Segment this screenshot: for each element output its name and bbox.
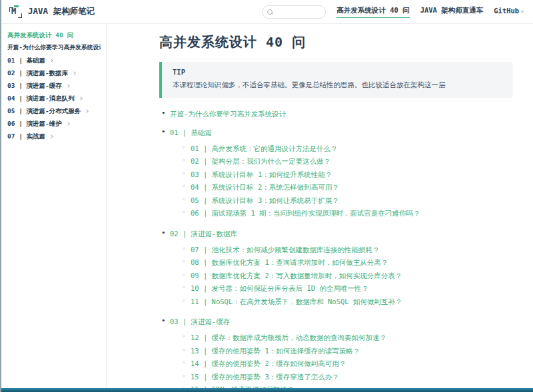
toc-list: 开篇-为什么你要学习高并发系统设计01 | 基础篇01 | 高并发系统：它的通用… [159,107,513,388]
toc-link[interactable]: 03 | 演进篇-缓存 [170,317,230,325]
sidebar-item[interactable]: 05 | 演进篇-分布式服务 [1,104,106,117]
toc-subitem: 02 | 架构分层：我们为什么一定要这么做？ [182,154,513,168]
site-logo-icon[interactable]: M [9,5,22,18]
toc-sublink[interactable]: 01 | 高并发系统：它的通用设计方法是什么？ [191,144,338,152]
toc-group: 02 | 演进篇-数据库07 | 池化技术：如何减少频繁创建数据库连接的性能损耗… [161,227,513,308]
chevron-right-icon [72,71,76,75]
toc-sublink[interactable]: 08 | 数据库优化方案 1：查询请求增加时，如何做主从分离？ [191,258,388,266]
chevron-right-icon [66,122,70,126]
main-content: 高并发系统设计 40 问 TIP 本课程理论知识偏多，不适合零基础。更像是总结性… [107,24,533,388]
tip-box: TIP 本课程理论知识偏多，不适合零基础。更像是总结性的思路。也比较适合放在架构… [159,62,513,98]
sidebar-item[interactable]: 高并发系统设计 40 问 [1,29,106,41]
window-bottom-border [1,388,533,392]
toc-subitem: 06 | 面试现场第 1 期：当问到组件实现原理时，面试官是在刁难你吗？ [182,206,513,220]
toc-subitem: 14 | 缓存的使用姿势 2：缓存如何做到高可用？ [182,357,513,370]
search-input[interactable] [276,8,322,15]
toc-subitem: 09 | 数据库优化方案 2：写入数据量增加时，如何实现分库分表？ [182,269,513,282]
sidebar-item-label: 04 | 演进篇-消息队列 [7,95,75,102]
toc-subitem: 05 | 系统设计目标 3：如何让系统易于扩展？ [182,194,513,207]
toc-subitem: 07 | 池化技术：如何减少频繁创建数据库连接的性能损耗？ [182,243,513,256]
toc-sublink[interactable]: 05 | 系统设计目标 3：如何让系统易于扩展？ [191,196,339,204]
app-window: M JAVA 架构师笔记 高并发系统设计 40 问JAVA 架构师直通车GitH… [0,0,533,392]
toc-subitem: 08 | 数据库优化方案 1：查询请求增加时，如何做主从分离？ [182,256,513,269]
toc-link[interactable]: 02 | 演进篇-数据库 [170,230,237,238]
sidebar-item-label: 01 | 基础篇 [7,57,45,64]
chevron-right-icon [85,109,89,113]
toc-subitem: 16 | CDN：静态资源如何加速？ [182,383,513,388]
toc-sublink[interactable]: 06 | 面试现场第 1 期：当问到组件实现原理时，面试官是在刁难你吗？ [191,209,420,217]
toc-group: 01 | 基础篇01 | 高并发系统：它的通用设计方法是什么？02 | 架构分层… [161,126,513,220]
chevron-right-icon [79,97,83,100]
logo-letter: M [11,7,16,16]
toc-sublist: 01 | 高并发系统：它的通用设计方法是什么？02 | 架构分层：我们为什么一定… [170,142,513,220]
toc-sublink[interactable]: 03 | 系统设计目标 1：如何提升系统性能？ [191,170,332,178]
top-navbar: M JAVA 架构师笔记 高并发系统设计 40 问JAVA 架构师直通车GitH… [1,0,533,24]
sidebar-item-label: 07 | 实战篇 [7,132,45,140]
chevron-right-icon [49,59,53,63]
toc-subitem: 11 | NoSQL：在高并发场景下，数据库和 NoSQL 如何做到互补？ [182,295,513,308]
toc-group: 开篇-为什么你要学习高并发系统设计 [161,107,513,120]
toc-link[interactable]: 开篇-为什么你要学习高并发系统设计 [170,110,286,118]
toc-subitem: 10 | 发号器：如何保证分库分表后 ID 的全局唯一性？ [182,282,513,295]
chevron-right-icon [66,84,70,88]
nav-link[interactable]: JAVA 架构师直通车 [420,6,484,17]
toc-sublink[interactable]: 09 | 数据库优化方案 2：写入数据量增加时，如何实现分库分表？ [191,272,402,280]
toc-subitem: 13 | 缓存的使用姿势 1：如何选择缓存的读写策略？ [182,344,513,357]
sidebar-item-label: 高并发系统设计 40 问 [7,31,73,39]
site-title[interactable]: JAVA 架构师笔记 [28,6,95,17]
tip-label: TIP [173,68,502,76]
sidebar-item[interactable]: 06 | 演进篇-维护 [1,117,106,130]
sidebar-item[interactable]: 04 | 演进篇-消息队列 [1,92,106,104]
toc-sublist: 07 | 池化技术：如何减少频繁创建数据库连接的性能损耗？08 | 数据库优化方… [170,243,513,308]
sidebar-item-label: 开篇-为什么你要学习高并发系统设计 [7,44,101,51]
sidebar-item-label: 05 | 演进篇-分布式服务 [7,107,81,114]
toc-link[interactable]: 01 | 基础篇 [170,128,212,136]
nav: 高并发系统设计 40 问JAVA 架构师直通车GitHub↗ [336,6,524,18]
sidebar-item-label: 02 | 演进篇-数据库 [7,69,68,77]
sidebar: 高并发系统设计 40 问开篇-为什么你要学习高并发系统设计01 | 基础篇02 … [1,24,107,388]
toc-sublist: 12 | 缓存：数据库成为瓶颈后，动态数据的查询要如何加速？13 | 缓存的使用… [170,331,513,388]
toc-subitem: 15 | 缓存的使用姿势 3：缓存穿透了怎么办？ [182,370,513,383]
toc-sublink[interactable]: 07 | 池化技术：如何减少频繁创建数据库连接的性能损耗？ [191,246,380,254]
chevron-right-icon [49,134,53,138]
external-link-icon: ↗ [520,9,524,15]
toc-sublink[interactable]: 11 | NoSQL：在高并发场景下，数据库和 NoSQL 如何做到互补？ [191,297,402,305]
toc-sublink[interactable]: 10 | 发号器：如何保证分库分表后 ID 的全局唯一性？ [191,284,368,292]
toc-subitem: 03 | 系统设计目标 1：如何提升系统性能？ [182,168,513,181]
nav-link[interactable]: GitHub↗ [494,7,524,17]
toc-sublink[interactable]: 13 | 缓存的使用姿势 1：如何选择缓存的读写策略？ [191,347,360,355]
toc-subitem: 12 | 缓存：数据库成为瓶颈后，动态数据的查询要如何加速？ [182,331,513,344]
search-box[interactable] [262,5,326,19]
toc-group: 03 | 演进篇-缓存12 | 缓存：数据库成为瓶颈后，动态数据的查询要如何加速… [161,315,513,388]
nav-link[interactable]: 高并发系统设计 40 问 [336,6,409,18]
toc-subitem: 04 | 系统设计目标 2：系统怎样做到高可用？ [182,180,513,194]
sidebar-item[interactable]: 07 | 实战篇 [1,130,106,142]
toc-sublink[interactable]: 04 | 系统设计目标 2：系统怎样做到高可用？ [191,183,339,191]
sidebar-item[interactable]: 03 | 演进篇-缓存 [1,79,106,92]
sidebar-item[interactable]: 02 | 演进篇-数据库 [1,67,106,79]
toc-subitem: 01 | 高并发系统：它的通用设计方法是什么？ [182,142,513,155]
tip-text: 本课程理论知识偏多，不适合零基础。更像是总结性的思路。也比较适合放在架构这一层 [173,80,502,91]
page-title: 高并发系统设计 40 问 [159,33,513,51]
toc-sublink[interactable]: 14 | 缓存的使用姿势 2：缓存如何做到高可用？ [191,359,346,367]
toc-sublink[interactable]: 15 | 缓存的使用姿势 3：缓存穿透了怎么办？ [191,373,339,381]
sidebar-item[interactable]: 开篇-为什么你要学习高并发系统设计 [1,41,106,54]
search-icon [266,9,273,15]
sidebar-item-label: 06 | 演进篇-维护 [7,120,62,127]
sidebar-item-label: 03 | 演进篇-缓存 [7,82,62,89]
sidebar-item[interactable]: 01 | 基础篇 [1,54,106,67]
toc-sublink[interactable]: 02 | 架构分层：我们为什么一定要这么做？ [191,157,330,165]
toc-sublink[interactable]: 12 | 缓存：数据库成为瓶颈后，动态数据的查询要如何加速？ [191,333,386,341]
